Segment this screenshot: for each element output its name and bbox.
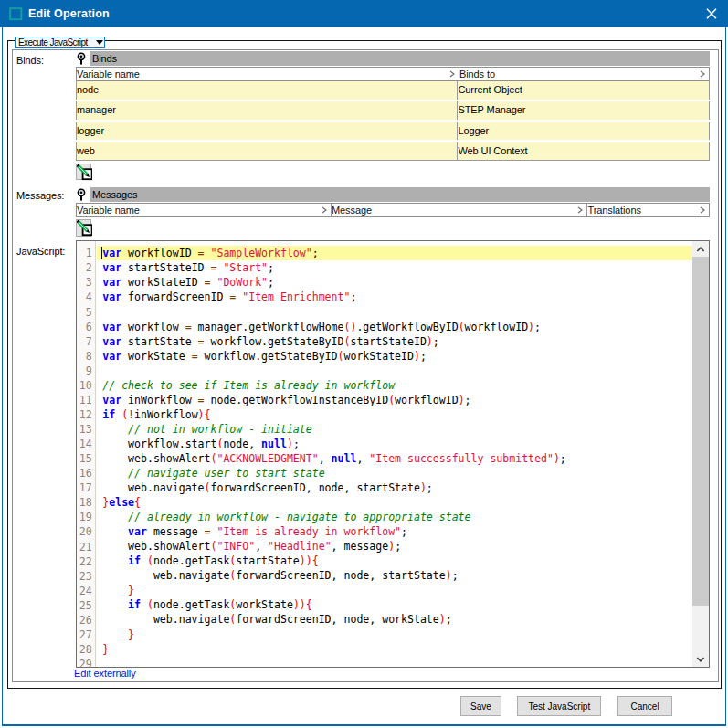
column-header-variable-name[interactable]: Variable name xyxy=(77,204,331,217)
vertical-scrollbar[interactable] xyxy=(692,241,709,667)
dropdown-arrow-icon xyxy=(96,40,103,45)
code-line: var startState = workflow.getStateByID(s… xyxy=(97,334,692,349)
code-line: if (node.getTask(workState)){ xyxy=(97,597,692,612)
cell-variable-name[interactable]: logger xyxy=(76,122,459,141)
window-title: Edit Operation xyxy=(28,0,110,27)
code-line: web.showAlert("INFO", "Headline", messag… xyxy=(97,539,692,554)
title-bar: Edit Operation xyxy=(0,0,728,27)
javascript-label: JavaScript: xyxy=(16,246,65,257)
code-line: web.navigate(forwardScreenID, node, work… xyxy=(97,612,692,627)
column-header-variable-name[interactable]: Variable name xyxy=(77,68,459,81)
column-header-message[interactable]: Message xyxy=(331,204,587,217)
line-numbers: 1 2 3 4 5 6 7 8 9 10 11 12 13 14 15 16 1… xyxy=(79,246,92,668)
code-line xyxy=(97,364,692,378)
operation-type-dropdown[interactable]: Execute JavaScript xyxy=(15,37,105,48)
scrollbar-up-button[interactable] xyxy=(692,241,709,257)
code-line: // already in workflow - navigate to app… xyxy=(97,510,692,524)
code-line: var workStateID = "DoWork"; xyxy=(97,275,692,290)
messages-new-row-button[interactable] xyxy=(76,219,92,237)
table-row[interactable]: managerSTEP Manager xyxy=(76,101,710,121)
code-line: var message = "Item is already in workfl… xyxy=(97,524,692,539)
anchor-pin-icon xyxy=(77,188,86,202)
table-row[interactable]: nodeCurrent Object xyxy=(76,81,710,101)
binds-label: Binds: xyxy=(16,55,44,66)
cancel-button[interactable]: Cancel xyxy=(617,696,673,716)
code-line: web.navigate(forwardScreenID, node, star… xyxy=(97,480,692,495)
messages-table-header: Messages xyxy=(90,187,710,202)
line-number-gutter: 1 2 3 4 5 6 7 8 9 10 11 12 13 14 15 16 1… xyxy=(77,241,96,667)
edit-externally-link[interactable]: Edit externally xyxy=(74,668,136,679)
binds-table-rows: nodeCurrent ObjectmanagerSTEP Managerlog… xyxy=(76,81,710,163)
test-javascript-button[interactable]: Test JavaScript xyxy=(517,696,601,716)
code-line: } xyxy=(97,628,692,642)
window-icon xyxy=(9,7,23,21)
binds-table-header: Binds xyxy=(90,51,710,66)
sort-chevron-icon xyxy=(449,70,455,78)
code-line: } xyxy=(97,583,692,597)
cell-variable-name[interactable]: node xyxy=(76,81,459,100)
sort-chevron-icon xyxy=(322,206,327,214)
scrollbar-thumb[interactable] xyxy=(692,257,709,606)
chevron-down-icon xyxy=(696,657,704,662)
cell-variable-name[interactable]: manager xyxy=(76,101,459,120)
javascript-editor[interactable]: 1 2 3 4 5 6 7 8 9 10 11 12 13 14 15 16 1… xyxy=(76,240,710,668)
cell-binds-to[interactable]: STEP Manager xyxy=(458,101,710,120)
cell-binds-to[interactable]: Web UI Context xyxy=(458,142,710,161)
binds-new-row-button[interactable] xyxy=(76,164,92,181)
table-row[interactable]: loggerLogger xyxy=(76,122,710,142)
code-line: // not in workflow - initiate xyxy=(97,422,692,437)
binds-column-headers: Variable name Binds to xyxy=(76,67,710,82)
code-area[interactable]: var workflowID = "SampleWorkflow";var st… xyxy=(97,246,692,667)
anchor-pin-icon xyxy=(77,52,86,66)
code-line: // check to see if Item is already in wo… xyxy=(97,378,692,393)
sort-chevron-icon xyxy=(700,70,705,78)
edit-cell-pencil-icon xyxy=(77,164,93,182)
table-bottom-border xyxy=(76,160,710,161)
close-icon[interactable] xyxy=(703,2,720,26)
code-line: var workState = workflow.getStateByID(wo… xyxy=(97,349,692,364)
column-header-binds-to[interactable]: Binds to xyxy=(459,68,709,81)
sort-chevron-icon xyxy=(577,206,583,214)
cell-binds-to[interactable]: Logger xyxy=(458,122,710,141)
code-line: var startStateID = "Start"; xyxy=(97,260,692,275)
code-line: } xyxy=(97,642,692,657)
code-line: web.navigate(forwardScreenID, node, star… xyxy=(97,568,692,583)
chevron-up-icon xyxy=(696,247,704,252)
cell-binds-to[interactable]: Current Object xyxy=(458,81,710,100)
scrollbar-down-button[interactable] xyxy=(692,651,709,667)
column-header-translations[interactable]: Translations xyxy=(586,204,709,217)
messages-label: Messages: xyxy=(16,190,64,201)
code-line: }else{ xyxy=(97,495,692,510)
save-button[interactable]: Save xyxy=(460,696,501,716)
code-line: var inWorkflow = node.getWorkflowInstanc… xyxy=(97,393,692,407)
code-line: var workflow = manager.getWorkflowHome()… xyxy=(97,320,692,334)
code-line: var workflowID = "SampleWorkflow"; xyxy=(97,246,692,260)
code-line: var forwardScreenID = "Item Enrichment"; xyxy=(97,290,692,304)
code-line: if (!inWorkflow){ xyxy=(97,407,692,422)
code-line: workflow.start(node, null); xyxy=(97,437,692,451)
messages-column-headers: Variable name Message Translations xyxy=(76,203,710,218)
operation-type-value: Execute JavaScript xyxy=(16,37,88,47)
edit-cell-pencil-icon xyxy=(77,220,93,237)
code-line: // navigate user to start state xyxy=(97,466,692,480)
code-line: if (node.getTask(startState)){ xyxy=(97,554,692,568)
code-line: web.showAlert("ACKNOWLEDGMENT", null, "I… xyxy=(97,451,692,466)
code-line xyxy=(97,657,692,667)
cell-variable-name[interactable]: web xyxy=(76,142,459,161)
code-line xyxy=(97,304,692,319)
sort-chevron-icon xyxy=(700,206,705,214)
